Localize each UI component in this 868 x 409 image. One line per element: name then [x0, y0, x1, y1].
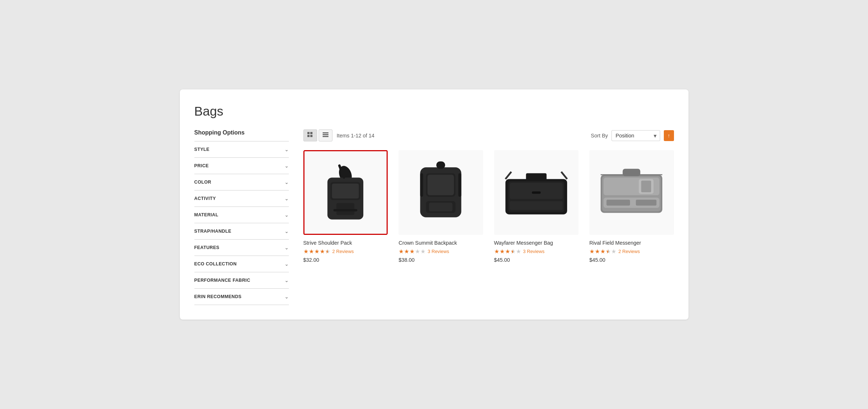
svg-rect-10: [332, 184, 359, 199]
star-full: ★: [303, 248, 308, 255]
filter-label-style: STYLE: [194, 147, 210, 152]
product-image-2[interactable]: [399, 150, 483, 235]
star-full: ★: [589, 248, 594, 255]
page-title: Bags: [194, 104, 674, 119]
product-grid: Strive Shoulder Pack ★★★★★ 2 Reviews $32…: [303, 150, 674, 263]
filter-item-material[interactable]: MATERIAL ⌄: [194, 207, 289, 223]
star-empty: ★: [415, 248, 420, 255]
star-full: ★: [595, 248, 600, 255]
chevron-icon-strap-handle: ⌄: [284, 228, 289, 234]
svg-rect-4: [323, 132, 328, 133]
filter-item-erin-recommends[interactable]: ERIN RECOMMENDS ⌄: [194, 289, 289, 305]
product-card-2[interactable]: Crown Summit Backpack ★★★★★ 3 Reviews $3…: [399, 150, 483, 263]
product-price-1: $32.00: [303, 257, 388, 263]
filter-item-features[interactable]: FEATURES ⌄: [194, 240, 289, 256]
product-card-1[interactable]: Strive Shoulder Pack ★★★★★ 2 Reviews $32…: [303, 150, 388, 263]
svg-rect-34: [607, 200, 630, 205]
filter-label-erin-recommends: ERIN RECOMMENDS: [194, 294, 242, 299]
grid-icon: [307, 132, 313, 138]
layout: Shopping Options STYLE ⌄ PRICE ⌄ COLOR ⌄…: [194, 129, 674, 305]
product-image-placeholder-2: [407, 159, 475, 226]
filter-label-eco-collection: ECO COLLECTION: [194, 261, 237, 266]
review-count-1[interactable]: 2 Reviews: [332, 249, 354, 254]
toolbar: Items 1-12 of 14 Sort By Position Produc…: [303, 129, 674, 141]
sort-by-label: Sort By: [591, 133, 608, 139]
items-count: Items 1-12 of 14: [337, 133, 375, 139]
chevron-icon-material: ⌄: [284, 212, 289, 218]
sort-select-wrapper: Position Product Name Price: [611, 130, 660, 141]
stars-2: ★★★★★: [399, 248, 425, 255]
grid-view-button[interactable]: [303, 129, 317, 141]
product-image-placeholder-1: [312, 160, 378, 225]
chevron-icon-color: ⌄: [284, 179, 289, 185]
svg-rect-38: [641, 181, 651, 192]
sort-select[interactable]: Position Product Name Price: [611, 130, 660, 141]
filter-item-style[interactable]: STYLE ⌄: [194, 141, 289, 158]
review-count-3[interactable]: 3 Reviews: [523, 249, 545, 254]
svg-rect-3: [310, 135, 312, 137]
svg-rect-16: [428, 175, 454, 196]
product-image-3[interactable]: [494, 150, 579, 235]
chevron-icon-style: ⌄: [284, 147, 289, 152]
filter-label-features: FEATURES: [194, 245, 219, 250]
chevron-icon-features: ⌄: [284, 245, 289, 250]
product-image-placeholder-3: [502, 159, 570, 226]
filter-item-strap-handle[interactable]: STRAP/HANDLE ⌄: [194, 223, 289, 240]
filter-label-price: PRICE: [194, 163, 209, 168]
sidebar-title: Shopping Options: [194, 129, 289, 141]
sidebar: Shopping Options STYLE ⌄ PRICE ⌄ COLOR ⌄…: [194, 129, 289, 305]
svg-line-28: [561, 172, 567, 179]
filter-item-color[interactable]: COLOR ⌄: [194, 174, 289, 191]
filter-item-eco-collection[interactable]: ECO COLLECTION ⌄: [194, 256, 289, 272]
chevron-icon-erin-recommends: ⌄: [284, 294, 289, 300]
product-price-3: $45.00: [494, 257, 579, 263]
chevron-icon-performance-fabric: ⌄: [284, 277, 289, 283]
star-full: ★: [494, 248, 499, 255]
product-rating-2: ★★★★★ 3 Reviews: [399, 248, 483, 255]
product-card-3[interactable]: Wayfarer Messenger Bag ★★★★★ 3 Reviews $…: [494, 150, 579, 263]
svg-rect-24: [510, 183, 563, 199]
product-name-4: Rival Field Messenger: [589, 240, 674, 246]
toolbar-left: Items 1-12 of 14: [303, 129, 375, 141]
svg-rect-6: [323, 136, 328, 137]
star-half: ★: [325, 248, 330, 255]
star-half: ★: [606, 248, 611, 255]
filter-label-activity: ACTIVITY: [194, 196, 216, 201]
stars-3: ★★★★★: [494, 248, 521, 255]
filter-label-color: COLOR: [194, 180, 211, 185]
star-full: ★: [505, 248, 510, 255]
star-full: ★: [409, 248, 415, 255]
star-full: ★: [314, 248, 319, 255]
chevron-icon-price: ⌄: [284, 163, 289, 169]
list-icon: [323, 132, 328, 138]
view-buttons: [303, 129, 332, 141]
review-count-2[interactable]: 3 Reviews: [428, 249, 449, 254]
product-card-4[interactable]: Rival Field Messenger ★★★★★ 2 Reviews $4…: [589, 150, 674, 263]
star-empty: ★: [611, 248, 616, 255]
filter-item-activity[interactable]: ACTIVITY ⌄: [194, 191, 289, 207]
review-count-4[interactable]: 2 Reviews: [618, 249, 640, 254]
chevron-icon-activity: ⌄: [284, 196, 289, 201]
main-container: Bags Shopping Options STYLE ⌄ PRICE ⌄ CO…: [180, 89, 689, 320]
svg-rect-26: [526, 173, 546, 181]
filters-container: STYLE ⌄ PRICE ⌄ COLOR ⌄ ACTIVITY ⌄ MATER…: [194, 141, 289, 305]
product-image-1[interactable]: [303, 150, 388, 235]
product-rating-1: ★★★★★ 2 Reviews: [303, 248, 388, 255]
filter-label-strap-handle: STRAP/HANDLE: [194, 229, 231, 234]
star-full: ★: [320, 248, 325, 255]
svg-rect-35: [636, 200, 657, 205]
stars-4: ★★★★★: [589, 248, 616, 255]
svg-rect-20: [420, 173, 423, 197]
product-rating-3: ★★★★★ 3 Reviews: [494, 248, 579, 255]
star-full: ★: [399, 248, 404, 255]
star-full: ★: [500, 248, 505, 255]
filter-item-performance-fabric[interactable]: PERFORMANCE FABRIC ⌄: [194, 272, 289, 289]
svg-rect-21: [459, 173, 461, 197]
filter-item-price[interactable]: PRICE ⌄: [194, 158, 289, 174]
svg-rect-19: [436, 161, 445, 169]
sort-direction-button[interactable]: ↑: [664, 130, 674, 141]
svg-rect-2: [307, 135, 310, 137]
star-half: ★: [510, 248, 516, 255]
product-image-4[interactable]: [589, 150, 674, 235]
list-view-button[interactable]: [319, 129, 332, 141]
